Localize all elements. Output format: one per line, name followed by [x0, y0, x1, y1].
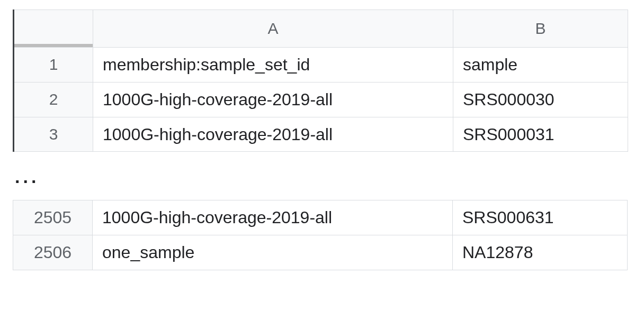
cell-B2505[interactable]: SRS000631: [453, 200, 628, 235]
spreadsheet-segment-bottom: 2505 1000G-high-coverage-2019-all SRS000…: [13, 200, 628, 270]
select-all-corner[interactable]: [14, 10, 93, 48]
rows-omitted-ellipsis: ...: [13, 152, 631, 200]
table-row: 2506 one_sample NA12878: [13, 235, 628, 270]
table-row: 2 1000G-high-coverage-2019-all SRS000030: [14, 82, 628, 117]
cell-B2506[interactable]: NA12878: [453, 235, 628, 270]
column-header-B[interactable]: B: [453, 10, 628, 48]
cell-A2505[interactable]: 1000G-high-coverage-2019-all: [93, 200, 453, 235]
cell-B3[interactable]: SRS000031: [453, 117, 628, 152]
table-row: 1 membership:sample_set_id sample: [14, 48, 628, 83]
column-header-A[interactable]: A: [93, 10, 453, 48]
cell-A1[interactable]: membership:sample_set_id: [93, 48, 453, 83]
row-header[interactable]: 3: [14, 117, 93, 152]
cell-B1[interactable]: sample: [453, 48, 628, 83]
spreadsheet-excerpt: A B 1 membership:sample_set_id sample 2 …: [0, 0, 644, 291]
row-header[interactable]: 2: [14, 82, 93, 117]
cell-A3[interactable]: 1000G-high-coverage-2019-all: [93, 117, 453, 152]
row-header[interactable]: 2505: [13, 200, 93, 235]
table-row: 2505 1000G-high-coverage-2019-all SRS000…: [13, 200, 628, 235]
spreadsheet-segment-top: A B 1 membership:sample_set_id sample 2 …: [13, 10, 628, 152]
column-header-row: A B: [14, 10, 628, 48]
cell-A2506[interactable]: one_sample: [93, 235, 453, 270]
row-header[interactable]: 2506: [13, 235, 93, 270]
cell-A2[interactable]: 1000G-high-coverage-2019-all: [93, 82, 453, 117]
table-row: 3 1000G-high-coverage-2019-all SRS000031: [14, 117, 628, 152]
cell-B2[interactable]: SRS000030: [453, 82, 628, 117]
row-header[interactable]: 1: [14, 48, 93, 83]
